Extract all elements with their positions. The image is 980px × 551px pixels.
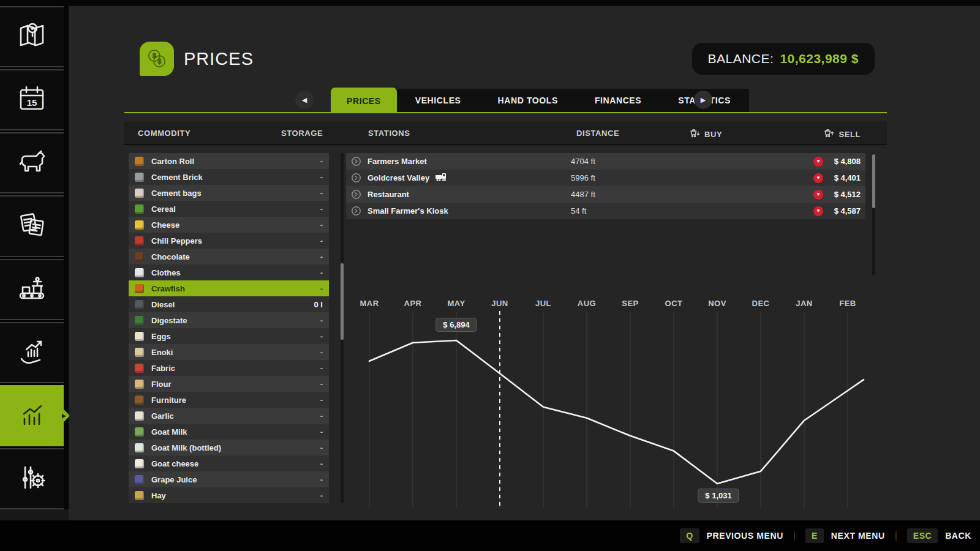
station-row-farmers-market[interactable]: Farmers Market4704 ft▼$ 4,808 [346,153,865,170]
commodity-storage-value: - [320,459,323,468]
commodity-storage-value: - [320,491,323,500]
month-label-apr: APR [404,299,422,308]
commodity-row-carton-roll[interactable]: Carton Roll- [129,153,329,169]
tab-prices[interactable]: PRICES [331,88,397,113]
commodity-row-enoki[interactable]: Enoki- [129,344,329,360]
settings-icon [15,460,49,497]
tabs-next-button[interactable]: ▶ [694,91,712,109]
chart-max-label: $ 6,894 [435,318,477,332]
commodity-label: Fabric [151,364,175,373]
commodity-row-furniture[interactable]: Furniture- [129,392,329,408]
back-label[interactable]: BACK [945,531,971,541]
station-row-small-farmer-s-kiosk[interactable]: Small Farmer's Kiosk54 ft▼$ 4,587 [346,203,865,219]
price-trend-down-icon: ▼ [813,190,823,200]
commodity-storage-value: - [320,332,323,341]
month-label-dec: DEC [752,299,770,308]
commodity-storage-value: - [320,236,323,246]
commodity-label: Furniture [151,395,186,405]
sidebar-item-contracts[interactable] [0,195,64,257]
commodity-row-digestate[interactable]: Digestate- [129,312,329,328]
sidebar-item-finances[interactable] [0,322,64,383]
station-distance: 54 ft [571,206,813,216]
column-stations: STATIONS [368,129,410,138]
station-name: Farmers Market [368,157,571,166]
sell-amount: $ 4,808 [829,157,861,166]
commodity-row-goat-milk[interactable]: Goat Milk- [129,424,329,440]
commodity-row-clothes[interactable]: Clothes- [129,264,329,280]
commodity-row-crawfish[interactable]: Crawfish- [129,280,329,296]
tab-vehicles[interactable]: VEHICLES [397,89,480,112]
chart-min-label: $ 1,031 [698,489,739,503]
sell-amount: $ 4,587 [829,206,861,216]
commodity-label: Carton Roll [151,157,194,166]
commodity-label: Cement bags [151,189,202,198]
diesel-icon [135,300,144,309]
tab-bar: PRICESVEHICLESHAND TOOLSFINANCESSTATISTI… [331,89,749,112]
tab-finances[interactable]: FINANCES [576,89,660,112]
commodity-scrollbar-thumb[interactable] [341,263,344,340]
commodity-label: Cheese [151,220,179,230]
column-buy: BUY [690,129,722,140]
commodity-scrollbar[interactable] [341,153,344,503]
station-list: Farmers Market4704 ft▼$ 4,808Goldcrest V… [346,153,865,219]
commodity-row-eggs[interactable]: Eggs- [129,328,329,344]
commodity-row-goat-milk-bottled[interactable]: Goat Milk (bottled)- [129,440,329,455]
tabs-prev-button[interactable]: ◀ [295,91,314,109]
commodity-row-chocolate[interactable]: Chocolate- [129,249,329,264]
commodity-list: Carton Roll-Cement Brick-Cement bags-Cer… [129,153,329,503]
column-storage: STORAGE [281,129,323,138]
sidebar-item-settings[interactable] [0,448,64,509]
column-distance: DISTANCE [576,129,619,138]
commodity-label: Clothes [151,268,181,277]
commodity-row-grape-juice[interactable]: Grape Juice- [129,471,329,487]
sidebar-item-calendar[interactable]: 15 [0,69,64,130]
commodity-row-flour[interactable]: Flour- [129,376,329,392]
next-menu-label[interactable]: NEXT MENU [831,531,885,541]
finances-icon [15,334,49,371]
commodity-label: Garlic [151,411,174,421]
station-distance: 4487 ft [571,190,813,199]
digestate-icon [135,316,144,325]
commodity-storage-value: - [320,252,323,261]
sidebar-item-map[interactable] [0,6,64,67]
fabric-icon [135,364,144,373]
previous-menu-label[interactable]: PREVIOUS MENU [707,531,783,541]
commodity-storage-value: - [320,220,323,230]
commodity-storage-value: - [320,173,323,182]
price-trend-down-icon: ▼ [813,173,823,183]
tab-hand-tools[interactable]: HAND TOOLS [480,89,576,112]
sidebar-item-prices[interactable]: ▶ [0,385,64,446]
crawfish-icon [135,284,144,293]
station-row-restaurant[interactable]: Restaurant4487 ft▼$ 4,512 [346,186,865,203]
station-scrollbar[interactable] [872,153,875,276]
chili-peppers-icon [135,236,144,246]
month-label-may: MAY [447,299,465,308]
key-q: Q [680,528,699,543]
commodity-storage-value: - [320,316,323,325]
commodity-row-chili-peppers[interactable]: Chili Peppers- [129,233,329,249]
commodity-row-diesel[interactable]: Diesel0 l [129,296,329,312]
commodity-row-cereal[interactable]: Cereal- [129,201,329,217]
commodity-row-garlic[interactable]: Garlic- [129,408,329,424]
commodity-row-cement-bags[interactable]: Cement bags- [129,185,329,201]
price-chart: MARAPRMAYJUNJULAUGSEPOCTNOVDECJANFEB [346,294,885,517]
commodity-row-cheese[interactable]: Cheese- [129,217,329,233]
commodity-storage-value: - [320,268,323,277]
commodity-row-fabric[interactable]: Fabric- [129,360,329,376]
station-scrollbar-thumb[interactable] [872,154,875,208]
commodity-label: Flour [151,380,172,389]
station-name: Small Farmer's Kiosk [368,206,571,216]
commodity-storage-value: - [320,189,323,198]
station-row-goldcrest-valley[interactable]: Goldcrest Valley5996 ft▼$ 4,401 [346,170,865,186]
goat-cheese-icon [135,459,144,468]
commodity-row-hay[interactable]: Hay- [129,487,329,503]
cheese-icon [135,220,144,230]
sidebar-item-animals[interactable] [0,132,64,193]
commodity-storage-value: - [320,475,323,484]
enoki-icon [135,348,144,357]
commodity-row-cement-brick[interactable]: Cement Brick- [129,169,329,185]
commodity-label: Cement Brick [151,173,203,182]
commodity-row-goat-cheese[interactable]: Goat cheese- [129,455,329,471]
sidebar-item-production[interactable] [0,259,64,320]
station-marker-icon [351,156,361,167]
